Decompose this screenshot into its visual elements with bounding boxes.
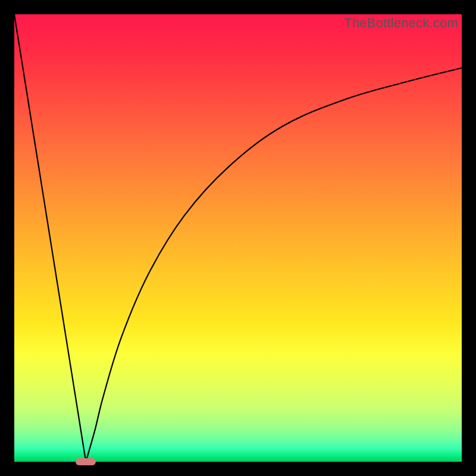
chart-container: TheBottleneck.com: [0, 0, 476, 476]
curve-right-branch: [86, 68, 462, 462]
curve-left-branch: [14, 14, 86, 462]
watermark-label: TheBottleneck.com: [344, 15, 458, 31]
optimal-marker: [76, 458, 96, 465]
plot-area: TheBottleneck.com: [14, 14, 462, 462]
bottleneck-curve: [14, 14, 462, 462]
